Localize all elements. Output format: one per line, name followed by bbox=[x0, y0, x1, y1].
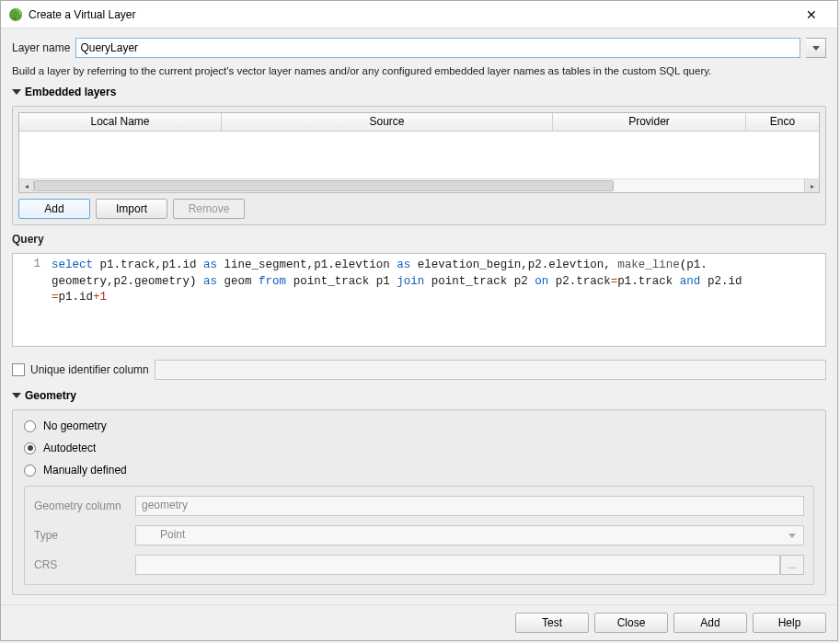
crs-label: CRS bbox=[34, 558, 135, 571]
scroll-track[interactable] bbox=[34, 179, 804, 192]
column-encoding[interactable]: Enco bbox=[746, 113, 819, 131]
layer-name-input[interactable] bbox=[75, 38, 800, 58]
geometry-details: Geometry column geometry Type Point CRS … bbox=[24, 486, 814, 585]
embedded-buttons: Add Import Remove bbox=[18, 199, 820, 219]
radio-no-geometry[interactable]: No geometry bbox=[24, 419, 814, 432]
line-gutter: 1 bbox=[13, 254, 46, 346]
crs-field bbox=[135, 555, 780, 575]
dialog-body: Layer name Build a layer by referring to… bbox=[1, 29, 837, 604]
close-button[interactable]: ✕ bbox=[793, 4, 830, 26]
radio-icon bbox=[24, 420, 36, 432]
table-header: Local Name Source Provider Enco bbox=[19, 113, 819, 132]
embedded-layers-heading[interactable]: Embedded layers bbox=[12, 86, 826, 98]
unique-identifier-field bbox=[155, 360, 826, 380]
layer-name-row: Layer name bbox=[12, 38, 826, 58]
geometry-column-label: Geometry column bbox=[34, 499, 135, 512]
chevron-down-icon bbox=[812, 46, 820, 51]
app-icon bbox=[8, 7, 23, 22]
scroll-left-icon[interactable]: ◂ bbox=[19, 179, 34, 192]
titlebar: Create a Virtual Layer ✕ bbox=[1, 1, 837, 29]
query-editor[interactable]: 1 select p1.track,p1.id as line_segment,… bbox=[12, 253, 826, 347]
horizontal-scrollbar[interactable]: ◂ ▸ bbox=[19, 178, 819, 192]
unique-identifier-label: Unique identifier column bbox=[30, 363, 149, 376]
geometry-heading[interactable]: Geometry bbox=[12, 389, 826, 402]
radio-icon bbox=[24, 465, 36, 477]
embedded-layers-label: Embedded layers bbox=[25, 86, 116, 98]
geometry-type-select: Point bbox=[135, 525, 804, 545]
geometry-panel: No geometry Autodetect Manually defined … bbox=[12, 409, 826, 595]
radio-label: Manually defined bbox=[43, 464, 127, 477]
scroll-thumb[interactable] bbox=[34, 180, 614, 191]
scroll-right-icon[interactable]: ▸ bbox=[804, 179, 819, 192]
close-footer-button[interactable]: Close bbox=[594, 613, 668, 633]
remove-embedded-button[interactable]: Remove bbox=[173, 199, 245, 219]
import-embedded-button[interactable]: Import bbox=[96, 199, 167, 219]
unique-identifier-row: Unique identifier column bbox=[12, 360, 826, 380]
dialog-window: Create a Virtual Layer ✕ Layer name Buil… bbox=[0, 0, 838, 641]
geometry-column-field: geometry bbox=[135, 496, 804, 516]
crs-browse-button: ... bbox=[780, 555, 804, 575]
table-body-empty bbox=[19, 132, 819, 178]
add-footer-button[interactable]: Add bbox=[673, 613, 747, 633]
column-local-name[interactable]: Local Name bbox=[19, 113, 222, 131]
radio-icon bbox=[24, 442, 36, 454]
embedded-layers-panel: Local Name Source Provider Enco ◂ ▸ Add … bbox=[12, 106, 826, 225]
test-button[interactable]: Test bbox=[515, 613, 589, 633]
column-source[interactable]: Source bbox=[222, 113, 553, 131]
geometry-type-label: Type bbox=[34, 529, 135, 542]
radio-manually-defined[interactable]: Manually defined bbox=[24, 464, 814, 477]
layer-name-dropdown[interactable] bbox=[806, 38, 826, 58]
dialog-footer: Test Close Add Help bbox=[1, 604, 837, 640]
radio-label: No geometry bbox=[43, 419, 107, 432]
unique-identifier-checkbox[interactable] bbox=[12, 363, 25, 376]
geometry-label: Geometry bbox=[25, 389, 76, 402]
column-provider[interactable]: Provider bbox=[553, 113, 746, 131]
add-embedded-button[interactable]: Add bbox=[18, 199, 90, 219]
sql-code[interactable]: select p1.track,p1.id as line_segment,p1… bbox=[46, 254, 825, 346]
description-text: Build a layer by referring to the curren… bbox=[12, 65, 826, 76]
radio-label: Autodetect bbox=[43, 442, 96, 454]
radio-autodetect[interactable]: Autodetect bbox=[24, 442, 814, 454]
embedded-layers-table[interactable]: Local Name Source Provider Enco ◂ ▸ bbox=[18, 112, 820, 193]
layer-name-label: Layer name bbox=[12, 41, 70, 54]
dialog-title: Create a Virtual Layer bbox=[29, 8, 793, 21]
query-label: Query bbox=[12, 233, 826, 246]
help-button[interactable]: Help bbox=[753, 613, 826, 633]
disclosure-icon bbox=[12, 393, 21, 398]
disclosure-icon bbox=[12, 89, 21, 95]
